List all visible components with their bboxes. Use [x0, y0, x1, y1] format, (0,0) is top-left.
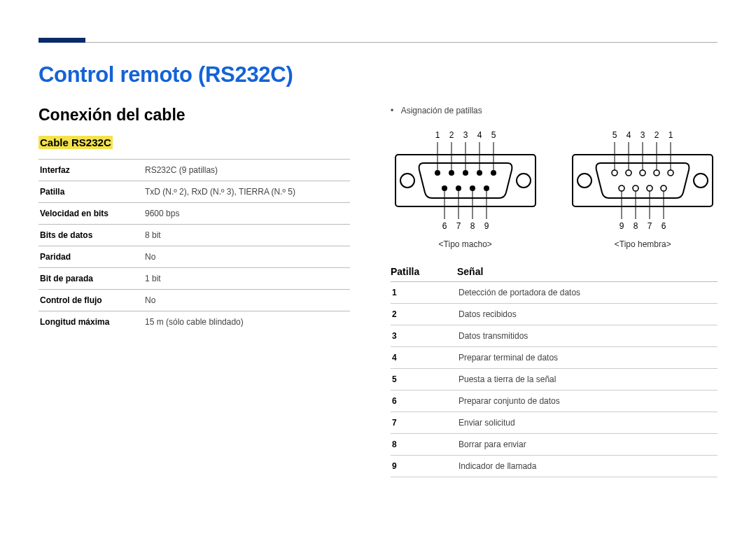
svg-point-32: [694, 174, 708, 188]
section-heading: Conexión del cable: [38, 106, 350, 125]
table-row: 9Indicador de llamada: [391, 456, 718, 477]
pin-signal: Puesta a tierra de la señal: [457, 369, 718, 391]
svg-point-35: [640, 170, 645, 176]
svg-text:8: 8: [470, 221, 475, 231]
table-row: 1Detección de portadora de datos: [391, 282, 718, 304]
left-column: Conexión del cable Cable RS232C Interfaz…: [38, 106, 350, 477]
svg-text:4: 4: [626, 130, 631, 140]
table-row: InterfazRS232C (9 patillas): [38, 160, 350, 181]
pin-signal: Indicador de llamada: [457, 456, 718, 477]
pin-assignment-label: • Asignación de patillas: [391, 106, 718, 115]
pin-number: 1: [391, 282, 457, 304]
pin-signal-table: 1Detección de portadora de datos2Datos r…: [391, 282, 718, 477]
header-divider: [85, 42, 718, 43]
spec-key: Bit de parada: [38, 268, 144, 290]
table-row: Bits de datos8 bit: [38, 225, 350, 246]
connector-diagrams: 12345 6789 <Tipo macho>: [391, 127, 718, 249]
table-row: Velocidad en bits9600 bps: [38, 203, 350, 225]
svg-text:6: 6: [662, 221, 666, 231]
spec-value: RS232C (9 patillas): [144, 160, 350, 181]
svg-text:3: 3: [463, 130, 468, 140]
pin-signal: Datos transmitidos: [457, 325, 718, 347]
pin-number: 2: [391, 304, 457, 325]
svg-point-39: [633, 185, 638, 191]
db9-male-icon: 12345 6789: [392, 127, 539, 235]
svg-text:4: 4: [477, 130, 482, 140]
svg-text:7: 7: [648, 221, 652, 231]
svg-point-31: [578, 174, 592, 188]
spec-key: Velocidad en bits: [38, 203, 144, 225]
subsection-heading: Cable RS232C: [38, 136, 113, 149]
svg-point-4: [449, 170, 454, 176]
svg-text:9: 9: [484, 221, 489, 231]
spec-key: Patilla: [38, 181, 144, 203]
svg-point-3: [435, 170, 440, 176]
svg-point-2: [517, 174, 531, 188]
spec-key: Longitud máxima: [38, 311, 144, 333]
svg-text:1: 1: [435, 130, 440, 140]
svg-point-1: [400, 174, 414, 188]
spec-key: Interfaz: [38, 160, 144, 181]
svg-text:5: 5: [491, 130, 496, 140]
pin-assignment-text: Asignación de patillas: [401, 106, 482, 115]
pin-signal: Preparar terminal de datos: [457, 347, 718, 369]
bullet-icon: •: [391, 106, 399, 115]
pin-signal: Preparar conjunto de datos: [457, 391, 718, 412]
table-row: 3Datos transmitidos: [391, 325, 718, 347]
table-row: 7Enviar solicitud: [391, 412, 718, 434]
table-row: PatillaTxD (N.º 2), RxD (N.º 3), TIERRA …: [38, 181, 350, 203]
table-row: 8Borrar para enviar: [391, 434, 718, 456]
svg-point-11: [484, 185, 489, 191]
spec-value: No: [144, 290, 350, 311]
pin-number: 7: [391, 412, 457, 434]
svg-point-33: [612, 170, 617, 176]
svg-point-37: [668, 170, 673, 176]
svg-point-41: [661, 185, 666, 191]
header-accent-bar: [38, 38, 85, 43]
svg-point-5: [463, 170, 468, 176]
pin-signal: Borrar para enviar: [457, 434, 718, 456]
table-row: Control de flujoNo: [38, 290, 350, 311]
signal-col-header: Señal: [457, 266, 483, 277]
pin-number: 6: [391, 391, 457, 412]
content-columns: Conexión del cable Cable RS232C Interfaz…: [38, 106, 718, 477]
table-row: Longitud máxima15 m (sólo cable blindado…: [38, 311, 350, 333]
svg-text:3: 3: [640, 130, 645, 140]
svg-text:7: 7: [456, 221, 461, 231]
spec-key: Paridad: [38, 246, 144, 268]
svg-point-40: [647, 185, 652, 191]
table-row: 5Puesta a tierra de la señal: [391, 369, 718, 391]
connector-female: 54321 9876 <Tipo hembra>: [569, 127, 716, 249]
pin-signal: Datos recibidos: [457, 304, 718, 325]
pin-signal: Detección de portadora de datos: [457, 282, 718, 304]
spec-value: 1 bit: [144, 268, 350, 290]
svg-point-7: [491, 170, 496, 176]
spec-value: 15 m (sólo cable blindado): [144, 311, 350, 333]
pin-signal: Enviar solicitud: [457, 412, 718, 434]
connector-male: 12345 6789 <Tipo macho>: [392, 127, 539, 249]
page: Control remoto (RS232C) Conexión del cab…: [0, 0, 756, 477]
svg-point-36: [654, 170, 659, 176]
db9-female-icon: 54321 9876: [569, 127, 716, 235]
pin-number: 3: [391, 325, 457, 347]
female-caption: <Tipo hembra>: [615, 239, 671, 249]
male-caption: <Tipo macho>: [439, 239, 492, 249]
svg-text:8: 8: [634, 221, 638, 231]
table-row: ParidadNo: [38, 246, 350, 268]
header-rule: [38, 0, 718, 43]
table-row: 4Preparar terminal de datos: [391, 347, 718, 369]
table-row: 6Preparar conjunto de datos: [391, 391, 718, 412]
page-title: Control remoto (RS232C): [38, 62, 718, 87]
spec-key: Bits de datos: [38, 225, 144, 246]
svg-point-8: [442, 185, 447, 191]
svg-text:6: 6: [442, 221, 447, 231]
spec-value: 9600 bps: [144, 203, 350, 225]
pin-number: 8: [391, 434, 457, 456]
spec-value: No: [144, 246, 350, 268]
pin-number: 9: [391, 456, 457, 477]
svg-point-6: [477, 170, 482, 176]
spec-value: TxD (N.º 2), RxD (N.º 3), TIERRA (N.º 5): [144, 181, 350, 203]
svg-point-34: [626, 170, 631, 176]
spec-key: Control de flujo: [38, 290, 144, 311]
pin-col-header: Patilla: [391, 266, 457, 277]
